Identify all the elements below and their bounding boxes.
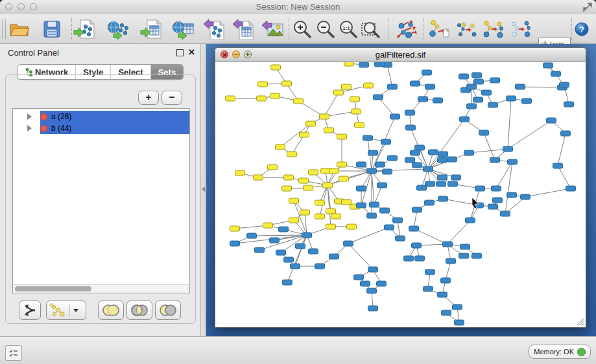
graph-node [490,78,500,83]
new-network-selected-nodes-edges-button[interactable] [455,18,477,40]
task-history-button[interactable] [5,345,22,361]
sets-list: a (26) b (44) [12,108,190,293]
zoom-in-button[interactable] [291,18,313,40]
remove-set-button[interactable]: − [161,91,182,105]
import-table-file-button[interactable] [140,18,162,40]
control-panel-header: Control Panel ✕ [0,44,200,61]
zoom-actual-size-icon: 1:1 [339,19,358,39]
graph-node [254,175,263,180]
control-panel: Control Panel ✕ Network Style Select Set… [0,44,201,336]
import-table-web-button[interactable] [173,18,195,40]
graph-node [364,83,374,88]
graph-node [375,62,385,67]
graph-node [409,226,419,231]
graph-node [412,163,422,168]
collapse-panel-arrow-icon[interactable] [202,187,205,192]
graph-node [363,135,373,141]
toolbar-separator [388,18,388,40]
scrollbar-thumb[interactable] [15,286,91,291]
graph-node [230,241,240,246]
graph-node [306,121,316,126]
intersect-sets-button[interactable] [126,301,152,320]
network-graph[interactable] [215,62,586,327]
graph-node [561,131,571,136]
union-sets-button[interactable] [98,301,124,320]
zoom-selected-button[interactable] [360,18,382,40]
fullscreen-icon[interactable] [583,3,592,14]
zoom-out-button[interactable] [315,18,337,40]
sets-panel: + − a (26) b (44) [5,74,196,324]
split-set-button[interactable] [19,301,41,320]
graph-node [268,165,278,170]
graph-node [323,183,333,188]
graph-node [474,79,484,84]
set-label: a (26) [51,112,71,121]
export-image-button[interactable] [261,18,283,40]
toolbar-grip[interactable] [2,19,6,39]
close-panel-icon[interactable]: ✕ [188,47,195,57]
open-session-button[interactable] [8,18,30,40]
horizontal-scrollbar[interactable] [13,284,189,293]
import-network-file-button[interactable] [73,18,95,40]
network-view[interactable] [215,62,586,327]
graph-node [404,256,414,261]
panel-divider[interactable] [201,44,206,336]
import-table-web-icon [173,19,195,40]
graph-node [405,110,415,115]
memory-status-button[interactable]: Memory: OK [529,345,591,359]
button-divider [69,304,70,317]
graph-node [291,264,300,269]
set-row-a[interactable]: a (26) [13,111,189,122]
network-window-titlebar[interactable]: galFiltered.sif [215,48,586,62]
graph-node [459,253,469,258]
graph-node [270,238,280,243]
export-network-icon [203,19,225,40]
set-row-b[interactable]: b (44) [13,122,189,134]
new-network-from-selection-file-button[interactable] [428,18,450,40]
graph-node [388,155,398,161]
graph-node [393,218,403,223]
graph-node [380,208,390,213]
resize-grip[interactable] [576,317,584,326]
float-panel-icon[interactable] [176,49,184,56]
apply-layout-button[interactable] [396,18,418,40]
graph-node [560,82,569,87]
svg-text:?: ? [579,25,584,34]
venn-difference-icon [158,304,178,317]
graph-node [331,214,341,219]
export-table-button[interactable] [232,18,254,40]
graph-node [315,200,325,205]
save-session-button[interactable] [41,18,63,40]
graph-node [423,286,433,291]
zoom-actual-size-button[interactable]: 1:1 [337,18,359,40]
add-set-button[interactable]: + [138,91,159,105]
graph-node [423,166,433,172]
export-table-icon [232,19,254,40]
graph-node [282,186,292,191]
expand-arrow-icon[interactable] [27,125,32,131]
apply-layout-icon [396,19,418,40]
new-network-selected-nodes-all-edges-button[interactable] [483,18,505,40]
graph-node [396,236,405,241]
graph-node [417,185,427,190]
graph-node [453,304,462,310]
graph-node [342,84,352,89]
application-window: Session: New Session [0,0,596,364]
graph-node [355,122,364,128]
expand-arrow-icon[interactable] [27,113,32,120]
graph-node [467,104,477,109]
export-network-button[interactable] [203,18,225,40]
set-color-dot [40,125,47,132]
venn-union-icon [101,304,121,317]
dropdown-arrow-icon[interactable] [73,309,78,312]
graph-node [309,170,318,175]
create-set-from-network-button[interactable] [46,301,86,320]
graph-node [516,84,525,89]
import-network-web-button[interactable] [108,18,130,40]
network-window[interactable]: galFiltered.sif [215,47,586,328]
help-button[interactable]: ? [573,18,590,40]
graph-node [282,81,292,86]
clone-network-button[interactable] [510,18,532,40]
difference-sets-button[interactable] [155,301,181,320]
graph-node [309,249,318,254]
